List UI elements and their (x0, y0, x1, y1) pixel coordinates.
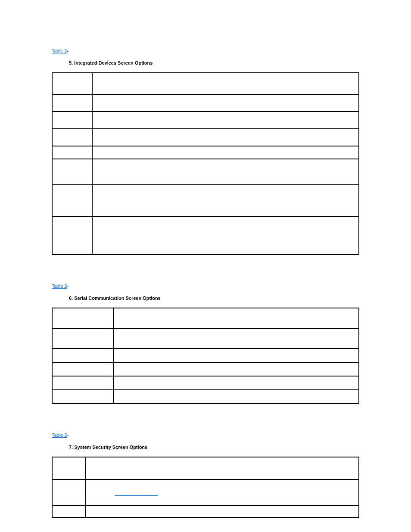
table-row (52, 362, 359, 376)
option-cell (52, 505, 86, 517)
table-integrated-devices (52, 72, 359, 255)
table-link-5[interactable]: Table 2 (52, 48, 67, 53)
table-row (52, 308, 359, 329)
description-cell (86, 457, 359, 479)
option-cell (52, 308, 113, 329)
option-cell (52, 94, 92, 112)
section-6: Table 2- 6. Serial Communication Screen … (52, 282, 359, 404)
description-cell (113, 348, 359, 362)
link-dash: - (67, 432, 68, 438)
option-cell (52, 129, 92, 146)
table-title-6: 6. Serial Communication Screen Options (52, 296, 359, 301)
title-text: Integrated Devices Screen Options (74, 60, 153, 65)
table-row (52, 376, 359, 390)
option-cell (52, 159, 92, 185)
title-number: 7. (69, 445, 73, 450)
table-serial-communication (52, 308, 359, 404)
option-cell (52, 348, 113, 362)
link-dash: - (67, 283, 68, 289)
description-cell (113, 362, 359, 376)
description-cell (92, 94, 359, 112)
option-cell (52, 457, 86, 479)
title-number: 5. (69, 60, 73, 65)
document-page: Table 2- 5. Integrated Devices Screen Op… (0, 0, 411, 532)
description-cell (92, 129, 359, 146)
table-row (52, 159, 359, 185)
title-number: 6. (69, 296, 73, 301)
description-cell (92, 185, 359, 217)
option-cell (52, 479, 86, 505)
option-cell (52, 185, 92, 217)
description-cell (113, 308, 359, 329)
table-row (52, 112, 359, 129)
description-cell (113, 329, 359, 348)
table-row (52, 329, 359, 348)
section-5: Table 2- 5. Integrated Devices Screen Op… (52, 47, 359, 255)
description-cell (92, 112, 359, 129)
content-area: Table 2- 5. Integrated Devices Screen Op… (0, 0, 411, 518)
table-row (52, 348, 359, 362)
table-row (52, 390, 359, 404)
table-row (52, 146, 359, 159)
table-title-7: 7. System Security Screen Options (52, 445, 359, 450)
table-row (52, 217, 359, 255)
description-cell (92, 146, 359, 159)
table-row (52, 479, 359, 505)
description-cell (86, 505, 359, 517)
option-cell (52, 146, 92, 159)
table-row (52, 457, 359, 479)
description-cell (92, 217, 359, 255)
table-row (52, 94, 359, 112)
title-text: Serial Communication Screen Options (74, 296, 161, 301)
option-cell (52, 112, 92, 129)
table-row (52, 73, 359, 94)
table-title-5: 5. Integrated Devices Screen Options (52, 60, 359, 65)
section-7: Table 2- 7. System Security Screen Optio… (52, 431, 359, 518)
description-cell (92, 159, 359, 185)
description-cell (113, 390, 359, 404)
option-cell (52, 390, 113, 404)
table-system-security (52, 457, 359, 518)
table-row (52, 185, 359, 217)
option-cell (52, 362, 113, 376)
table-row (52, 505, 359, 517)
title-text: System Security Screen Options (74, 445, 147, 450)
table-row (52, 129, 359, 146)
option-cell (52, 376, 113, 390)
table-link-6[interactable]: Table 2 (52, 283, 67, 289)
table-link-7[interactable]: Table 2 (52, 432, 67, 438)
option-cell (52, 73, 92, 94)
option-cell (52, 329, 113, 348)
description-cell (92, 73, 359, 94)
description-cell (113, 376, 359, 390)
description-cell (86, 479, 359, 505)
option-cell (52, 217, 92, 255)
inline-link[interactable] (115, 491, 158, 496)
link-dash: - (67, 48, 68, 53)
